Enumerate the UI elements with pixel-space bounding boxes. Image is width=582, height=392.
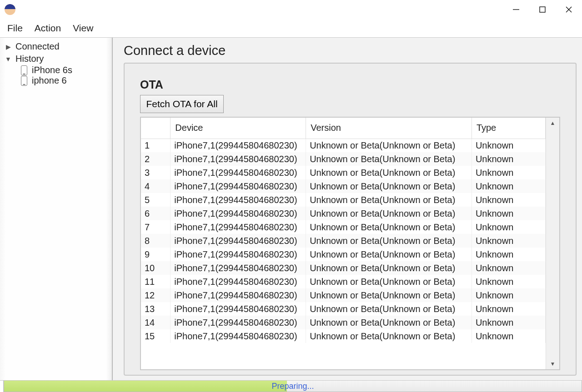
cell-type: Unknown — [472, 234, 545, 248]
cell-device: iPhone7,1(299445804680230) — [171, 139, 306, 152]
close-button[interactable] — [556, 0, 582, 19]
cell-type: Unknown — [472, 288, 545, 302]
table-row[interactable]: 13iPhone7,1(299445804680230)Unknown or B… — [141, 302, 546, 316]
cell-n: 4 — [141, 179, 171, 193]
cell-device: iPhone7,1(299445804680230) — [171, 193, 306, 207]
cell-type: Unknown — [472, 248, 545, 261]
cell-n: 9 — [141, 248, 171, 261]
cell-version: Unknown or Beta(Unknown or Beta) — [306, 302, 472, 316]
app-body: ▶ Connected ▼ History iPhone 6s iphone 6… — [0, 37, 582, 380]
status-progress-bar: Preparing... — [4, 381, 582, 392]
titlebar — [0, 0, 582, 19]
tree-item-label: iphone 6 — [32, 75, 67, 86]
main-panel: Connect a device OTA Fetch OTA for All D… — [113, 38, 582, 380]
chevron-down-icon: ▼ — [5, 55, 12, 63]
table-row[interactable]: 8iPhone7,1(299445804680230)Unknown or Be… — [141, 234, 546, 248]
col-device[interactable]: Device — [171, 118, 306, 139]
table-row[interactable]: 7iPhone7,1(299445804680230)Unknown or Be… — [141, 220, 546, 234]
scroll-up-icon[interactable]: ▲ — [546, 118, 559, 129]
ota-table: Device Version Type 1iPhone7,1(299445804… — [141, 118, 546, 343]
cell-device: iPhone7,1(299445804680230) — [171, 261, 306, 275]
cell-version: Unknown or Beta(Unknown or Beta) — [306, 207, 472, 220]
cell-type: Unknown — [472, 329, 545, 343]
cell-type: Unknown — [472, 316, 545, 329]
cell-device: iPhone7,1(299445804680230) — [171, 152, 306, 166]
tree-item-iphone6[interactable]: iphone 6 — [2, 75, 110, 86]
cell-n: 8 — [141, 234, 171, 248]
cell-version: Unknown or Beta(Unknown or Beta) — [306, 193, 472, 207]
ota-panel: OTA Fetch OTA for All Device Version Typ… — [124, 63, 577, 376]
table-row[interactable]: 12iPhone7,1(299445804680230)Unknown or B… — [141, 288, 546, 302]
menubar: File Action View — [0, 19, 582, 37]
cell-n: 1 — [141, 139, 171, 152]
app-icon — [5, 4, 15, 15]
cell-version: Unknown or Beta(Unknown or Beta) — [306, 275, 472, 288]
cell-type: Unknown — [472, 179, 545, 193]
tree-label-history: History — [15, 54, 44, 64]
tree-node-history[interactable]: ▼ History — [2, 53, 110, 65]
menu-file[interactable]: File — [6, 21, 24, 35]
cell-version: Unknown or Beta(Unknown or Beta) — [306, 152, 472, 166]
sidebar: ▶ Connected ▼ History iPhone 6s iphone 6 — [0, 38, 113, 380]
cell-version: Unknown or Beta(Unknown or Beta) — [306, 248, 472, 261]
table-row[interactable]: 14iPhone7,1(299445804680230)Unknown or B… — [141, 316, 546, 329]
cell-device: iPhone7,1(299445804680230) — [171, 316, 306, 329]
cell-n: 15 — [141, 329, 171, 343]
cell-device: iPhone7,1(299445804680230) — [171, 288, 306, 302]
cell-version: Unknown or Beta(Unknown or Beta) — [306, 220, 472, 234]
cell-type: Unknown — [472, 275, 545, 288]
cell-version: Unknown or Beta(Unknown or Beta) — [306, 316, 472, 329]
ota-table-scroll[interactable]: Device Version Type 1iPhone7,1(299445804… — [141, 118, 546, 369]
ota-table-container: Device Version Type 1iPhone7,1(299445804… — [140, 117, 560, 370]
table-row[interactable]: 1iPhone7,1(299445804680230)Unknown or Be… — [141, 139, 546, 152]
device-tree: ▶ Connected ▼ History iPhone 6s iphone 6 — [0, 38, 112, 89]
cell-n: 5 — [141, 193, 171, 207]
cell-device: iPhone7,1(299445804680230) — [171, 220, 306, 234]
cell-version: Unknown or Beta(Unknown or Beta) — [306, 179, 472, 193]
tree-item-label: iPhone 6s — [32, 65, 72, 75]
cell-n: 7 — [141, 220, 171, 234]
table-row[interactable]: 15iPhone7,1(299445804680230)Unknown or B… — [141, 329, 546, 343]
cell-device: iPhone7,1(299445804680230) — [171, 166, 306, 179]
cell-version: Unknown or Beta(Unknown or Beta) — [306, 139, 472, 152]
maximize-button[interactable] — [529, 0, 556, 19]
cell-n: 6 — [141, 207, 171, 220]
tree-node-connected[interactable]: ▶ Connected — [2, 40, 110, 53]
cell-n: 10 — [141, 261, 171, 275]
table-row[interactable]: 10iPhone7,1(299445804680230)Unknown or B… — [141, 261, 546, 275]
cell-device: iPhone7,1(299445804680230) — [171, 329, 306, 343]
close-icon — [565, 6, 572, 13]
cell-n: 13 — [141, 302, 171, 316]
fetch-ota-button[interactable]: Fetch OTA for All — [140, 95, 224, 113]
cell-device: iPhone7,1(299445804680230) — [171, 234, 306, 248]
chevron-right-icon: ▶ — [5, 43, 12, 50]
tree-item-iphone6s[interactable]: iPhone 6s — [2, 65, 110, 75]
menu-view[interactable]: View — [72, 21, 94, 35]
minimize-button[interactable] — [503, 0, 529, 19]
tree-label-connected: Connected — [15, 41, 60, 52]
col-version[interactable]: Version — [306, 118, 472, 139]
col-type[interactable]: Type — [472, 118, 545, 139]
table-row[interactable]: 4iPhone7,1(299445804680230)Unknown or Be… — [141, 179, 546, 193]
statusbar: Preparing... — [0, 380, 582, 392]
scroll-down-icon[interactable]: ▼ — [546, 358, 559, 369]
cell-device: iPhone7,1(299445804680230) — [171, 302, 306, 316]
cell-type: Unknown — [472, 261, 545, 275]
phone-icon — [21, 76, 27, 86]
table-row[interactable]: 6iPhone7,1(299445804680230)Unknown or Be… — [141, 207, 546, 220]
svg-rect-1 — [540, 7, 545, 12]
table-row[interactable]: 9iPhone7,1(299445804680230)Unknown or Be… — [141, 248, 546, 261]
cell-type: Unknown — [472, 207, 545, 220]
table-row[interactable]: 11iPhone7,1(299445804680230)Unknown or B… — [141, 275, 546, 288]
page-title: Connect a device — [124, 40, 577, 63]
cell-type: Unknown — [472, 220, 545, 234]
table-row[interactable]: 5iPhone7,1(299445804680230)Unknown or Be… — [141, 193, 546, 207]
table-scrollbar[interactable]: ▲ ▼ — [546, 118, 559, 369]
status-text: Preparing... — [271, 382, 314, 391]
window-controls — [503, 0, 582, 19]
menu-action[interactable]: Action — [34, 21, 62, 35]
col-index[interactable] — [141, 118, 171, 139]
table-row[interactable]: 3iPhone7,1(299445804680230)Unknown or Be… — [141, 166, 546, 179]
progress-fill — [4, 381, 287, 392]
table-row[interactable]: 2iPhone7,1(299445804680230)Unknown or Be… — [141, 152, 546, 166]
